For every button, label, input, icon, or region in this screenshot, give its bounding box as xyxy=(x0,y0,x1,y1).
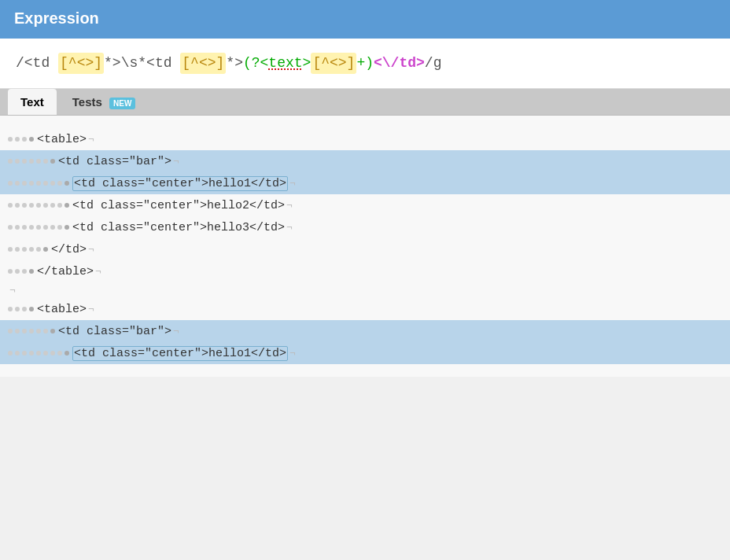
expr-bracket1: [^<>] xyxy=(58,53,104,74)
pilcrow: ¬ xyxy=(286,200,293,212)
pilcrow: ¬ xyxy=(9,285,16,297)
pilcrow: ¬ xyxy=(289,178,296,190)
expr-space2 xyxy=(171,53,180,74)
expr-bracket2: [^<>] xyxy=(180,53,226,74)
text-line: <td class="bar"> ¬ xyxy=(0,150,730,172)
text-line: </table> ¬ xyxy=(0,260,730,282)
expression-bar: / <td [^<>] * > \s* <td [^<>] * > (?<tex… xyxy=(0,39,730,89)
line-text: <td class="center">hello1</td> xyxy=(72,177,288,190)
line-dots xyxy=(8,329,55,333)
line-text: <td class="bar"> xyxy=(58,325,171,338)
expr-group-name: text xyxy=(268,53,302,74)
text-content-area: <table> ¬ <td class="bar"> ¬ xyxy=(0,116,730,377)
match-highlight: <td class="center">hello1</td> xyxy=(72,176,288,191)
pilcrow: ¬ xyxy=(88,134,94,146)
line-dots xyxy=(8,269,34,274)
text-line: <td class="center">hello1</td> ¬ xyxy=(0,342,730,364)
text-line: <td class="center">hello3</td> ¬ xyxy=(0,216,730,238)
tabs-bar: Text Tests NEW xyxy=(0,89,730,116)
line-text: <td class="bar"> xyxy=(58,155,171,168)
line-dots xyxy=(8,181,69,186)
expr-ws: \s* xyxy=(121,53,146,74)
line-dots xyxy=(8,159,55,164)
text-line: <td class="center">hello1</td> ¬ xyxy=(0,172,730,194)
line-text: <table> xyxy=(37,303,87,316)
expr-group-open: (?< xyxy=(243,53,268,74)
match-highlight: <td class="center">hello1</td> xyxy=(72,346,288,361)
blank-line: ¬ xyxy=(0,282,730,298)
pilcrow: ¬ xyxy=(286,222,293,234)
expr-star1: * xyxy=(104,53,112,74)
line-text: </td> xyxy=(51,243,87,256)
tab-tests-badge: NEW xyxy=(109,98,135,109)
text-line: <td class="center">hello2</td> ¬ xyxy=(0,194,730,216)
expr-gt2: > xyxy=(234,53,243,74)
tab-tests[interactable]: Tests NEW xyxy=(60,89,149,115)
header-title: Expression xyxy=(14,9,99,27)
expr-td-open: <td xyxy=(24,53,50,74)
tab-text[interactable]: Text xyxy=(8,89,57,115)
line-dots xyxy=(8,203,69,208)
expr-flag: g xyxy=(433,53,442,74)
expr-space1 xyxy=(50,53,58,74)
line-dots xyxy=(8,247,48,252)
line-dots xyxy=(8,351,69,356)
line-dots xyxy=(8,225,69,230)
expr-slash-close: / xyxy=(425,53,433,74)
header: Expression xyxy=(0,0,730,39)
expr-gt1: > xyxy=(112,53,121,74)
line-text: <td class="center">hello2</td> xyxy=(72,199,285,212)
line-text: <table> xyxy=(37,133,87,146)
expr-capture: > xyxy=(303,53,312,74)
pilcrow: ¬ xyxy=(88,244,94,256)
line-text: </table> xyxy=(37,265,94,278)
line-text: <td class="center">hello1</td> xyxy=(72,347,288,360)
expr-bracket3: [^<>] xyxy=(311,53,356,74)
text-line: </td> ¬ xyxy=(0,238,730,260)
expr-plus: +) xyxy=(356,53,374,74)
text-line: <td class="bar"> ¬ xyxy=(0,320,730,342)
expr-slash-open: / xyxy=(16,53,24,74)
expr-star2: * xyxy=(226,53,234,74)
line-dots xyxy=(8,307,34,311)
pilcrow: ¬ xyxy=(88,304,94,315)
text-line: <table> ¬ xyxy=(0,298,730,320)
text-line: <table> ¬ xyxy=(0,128,730,150)
line-dots xyxy=(8,137,34,142)
pilcrow: ¬ xyxy=(173,326,179,337)
expr-close-tag: <\/td> xyxy=(374,53,425,74)
expr-td2: <td xyxy=(146,53,171,74)
pilcrow: ¬ xyxy=(289,348,296,359)
line-text: <td class="center">hello3</td> xyxy=(72,221,285,234)
pilcrow: ¬ xyxy=(173,156,179,168)
pilcrow: ¬ xyxy=(95,266,101,278)
